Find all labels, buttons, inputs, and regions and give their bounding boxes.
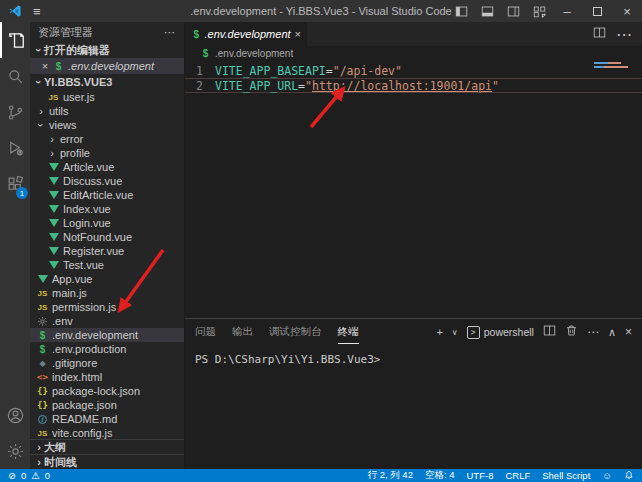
maximize-button[interactable] — [582, 0, 612, 22]
bottom-panel: 问题 输出 调试控制台 终端 + ∨ > powershell — [185, 318, 642, 469]
source-control-icon[interactable] — [0, 94, 30, 130]
editor-area: $ .env.development × ⋯ $ .env.developmen… — [185, 22, 642, 469]
url-link[interactable]: http://localhost:19001/api — [312, 79, 492, 93]
sidebar-title: 资源管理器 — [38, 25, 93, 40]
code-editor[interactable]: 1 VITE_APP_BASEAPI="/api-dev" 2 VITE_APP… — [185, 61, 642, 318]
project-root-section[interactable]: › YI.BBS.VUE3 — [30, 74, 184, 90]
maximize-panel-icon[interactable]: ∧ — [608, 326, 616, 339]
menu-hamburger-icon[interactable]: ≡ — [33, 4, 41, 19]
tree-folder-profile[interactable]: ›profile — [30, 146, 184, 160]
tree-item-EditArticle.vue[interactable]: EditArticle.vue — [30, 188, 184, 202]
tree-item-.env.production[interactable]: $.env.production — [30, 342, 184, 356]
chevron-down-icon: › — [33, 45, 45, 55]
tab-env-development[interactable]: $ .env.development × — [185, 22, 307, 46]
shell-selector[interactable]: > powershell — [467, 326, 534, 339]
close-button[interactable]: × — [612, 0, 642, 22]
tree-item-Index.vue[interactable]: Index.vue — [30, 202, 184, 216]
tab-terminal[interactable]: 终端 — [338, 321, 359, 344]
tree-item-App.vue[interactable]: App.vue — [30, 272, 184, 286]
js-file-icon: JS — [36, 289, 49, 298]
encoding-status[interactable]: UTF-8 — [467, 470, 494, 481]
split-terminal-icon[interactable] — [543, 324, 556, 340]
extensions-icon[interactable]: 1 — [0, 166, 30, 202]
run-debug-icon[interactable] — [0, 130, 30, 166]
chevron-down-icon: › — [35, 120, 47, 130]
tree-item-main.js[interactable]: JSmain.js — [30, 286, 184, 300]
tree-folder-error[interactable]: ›error — [30, 132, 184, 146]
language-mode[interactable]: Shell Script — [542, 470, 590, 481]
open-editor-item[interactable]: × $ .env.development — [30, 58, 184, 74]
eol-status[interactable]: CRLF — [505, 470, 530, 481]
new-terminal-icon[interactable]: + — [436, 326, 442, 338]
tree-item-Register.vue[interactable]: Register.vue — [30, 244, 184, 258]
tree-item-.env.development[interactable]: $.env.development — [30, 328, 184, 342]
explorer-icon[interactable] — [0, 22, 30, 58]
tree-item-README.md[interactable]: iREADME.md — [30, 412, 184, 426]
tree-item-Article.vue[interactable]: Article.vue — [30, 160, 184, 174]
feedback-smiley-icon[interactable]: ☺ — [602, 470, 612, 481]
problems-status[interactable]: ⊘ 0 ⚠ 0 — [8, 470, 50, 481]
env-file-icon: $ — [36, 330, 49, 341]
terminal-dropdown-icon[interactable]: ∨ — [452, 328, 458, 337]
terminal-prompt: PS D:\CSharp\Yi\Yi.BBS.Vue3> — [195, 353, 380, 366]
tree-item-package-lock.json[interactable]: {}package-lock.json — [30, 384, 184, 398]
customize-layout-icon[interactable] — [526, 0, 552, 22]
explorer-more-actions-icon[interactable]: ⋯ — [164, 26, 176, 39]
notifications-bell-icon[interactable] — [624, 470, 634, 482]
tree-item-.env[interactable]: .env — [30, 314, 184, 328]
outline-section[interactable]: › 大纲 — [30, 439, 184, 454]
timeline-section[interactable]: › 时间线 — [30, 454, 184, 469]
tree-item-Discuss.vue[interactable]: Discuss.vue — [30, 174, 184, 188]
cursor-position[interactable]: 行 2, 列 42 — [368, 469, 413, 482]
minimize-button[interactable]: – — [552, 0, 582, 22]
js-file-icon: JS — [36, 429, 49, 438]
editor-more-actions-icon[interactable]: ⋯ — [616, 25, 632, 44]
tree-folder-views[interactable]: ›views — [30, 118, 184, 132]
breadcrumb[interactable]: $ .env.development — [185, 46, 642, 61]
tree-item-user.js[interactable]: JSuser.js — [30, 90, 184, 104]
split-editor-icon[interactable] — [593, 25, 606, 43]
terminal-content[interactable]: PS D:\CSharp\Yi\Yi.BBS.Vue3> — [185, 345, 642, 469]
env-file-icon: $ — [191, 29, 202, 40]
tree-item-NotFound.vue[interactable]: NotFound.vue — [30, 230, 184, 244]
status-bar: ⊘ 0 ⚠ 0 行 2, 列 42 空格: 4 UTF-8 CRLF Shell… — [0, 469, 642, 482]
settings-gear-icon[interactable] — [0, 433, 30, 469]
env-file-icon: $ — [36, 344, 49, 355]
search-icon[interactable] — [0, 58, 30, 94]
vue-file-icon — [47, 219, 60, 227]
tree-item-Login.vue[interactable]: Login.vue — [30, 216, 184, 230]
tree-item-permission.js[interactable]: JSpermission.js — [30, 300, 184, 314]
toggle-panel-icon[interactable] — [474, 0, 500, 22]
close-panel-icon[interactable]: × — [625, 325, 632, 339]
tree-item-index.html[interactable]: <>index.html — [30, 370, 184, 384]
vue-file-icon — [47, 261, 60, 269]
panel-more-actions-icon[interactable]: ⋯ — [587, 325, 599, 339]
vue-file-icon — [47, 191, 60, 199]
tree-item-.gitignore[interactable]: ◆.gitignore — [30, 356, 184, 370]
tree-item-Test.vue[interactable]: Test.vue — [30, 258, 184, 272]
html-file-icon: <> — [36, 372, 49, 382]
tree-folder-utils[interactable]: ›utils — [30, 104, 184, 118]
toggle-sidebar-icon[interactable] — [448, 0, 474, 22]
tab-close-icon[interactable]: × — [295, 28, 301, 40]
tab-problems[interactable]: 问题 — [195, 321, 216, 343]
open-editors-section[interactable]: › 打开的编辑器 — [30, 42, 184, 58]
toggle-secondary-sidebar-icon[interactable] — [500, 0, 526, 22]
tab-output[interactable]: 输出 — [232, 321, 253, 343]
readme-file-icon: i — [38, 415, 47, 424]
account-icon[interactable] — [0, 397, 30, 433]
tab-debug-console[interactable]: 调试控制台 — [269, 321, 322, 343]
errors-icon: ⊘ — [8, 470, 16, 481]
tree-item-package.json[interactable]: {}package.json — [30, 398, 184, 412]
powershell-icon: > — [467, 326, 480, 339]
minimap[interactable] — [594, 62, 628, 68]
indentation-status[interactable]: 空格: 4 — [425, 469, 455, 482]
chevron-right-icon: › — [36, 105, 46, 117]
vue-file-icon — [47, 205, 60, 213]
close-editor-icon[interactable]: × — [38, 60, 52, 72]
line-number: 1 — [185, 64, 215, 78]
vscode-window: ≡ .env.development - Yi.BBS.Vue3 - Visua… — [0, 0, 642, 482]
js-file-icon: JS — [36, 303, 49, 312]
tree-item-vite.config.js[interactable]: JSvite.config.js — [30, 426, 184, 439]
kill-terminal-icon[interactable] — [565, 324, 578, 340]
